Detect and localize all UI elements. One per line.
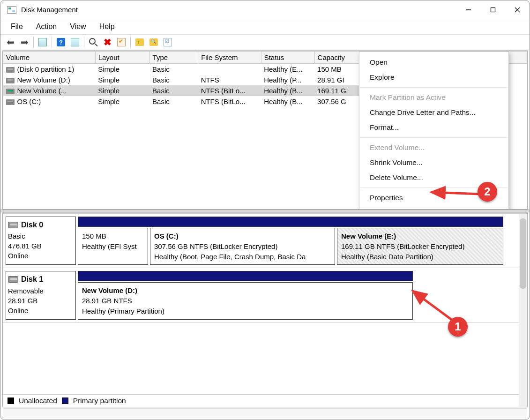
delete-button[interactable]: ✖ <box>101 36 113 48</box>
context-menu: OpenExploreMark Partition as ActiveChang… <box>359 52 509 210</box>
partition-line2: Healthy (Boot, Page File, Crash Dump, Ba… <box>154 252 331 262</box>
content-area: VolumeLayoutTypeFile SystemStatusCapacit… <box>0 50 530 407</box>
disk-partitions: 150 MBHealthy (EFI SystOS (C:)307.56 GB … <box>78 217 524 265</box>
ctx-delete-volume[interactable]: Delete Volume... <box>359 170 508 185</box>
partition[interactable]: 150 MBHealthy (EFI Syst <box>78 228 148 265</box>
legend-swatch-primary <box>62 398 68 404</box>
partition-line2: Healthy (Primary Partition) <box>82 306 409 316</box>
disk-size: 476.81 GB <box>8 241 74 251</box>
volume-icon <box>6 89 15 94</box>
ctx-shrink-volume[interactable]: Shrink Volume... <box>359 155 508 170</box>
partition-title: OS (C:) <box>154 231 331 241</box>
disk-graphical-pane: Disk 0Basic476.81 GBOnline150 MBHealthy … <box>2 212 528 407</box>
disk-name: Disk 1 <box>21 274 43 285</box>
properties-button[interactable] <box>115 36 127 48</box>
disk-type: Removable <box>8 286 74 296</box>
disk-row: Disk 1Removable28.91 GBOnlineNew Volume … <box>3 268 527 322</box>
ctx-change-drive-letter-and-paths[interactable]: Change Drive Letter and Paths... <box>359 105 508 120</box>
partition[interactable]: OS (C:)307.56 GB NTFS (BitLocker Encrypt… <box>150 228 335 265</box>
partition-line1: 150 MB <box>82 231 144 241</box>
svg-rect-1 <box>491 8 495 12</box>
show-hide-console-tree-button[interactable] <box>37 36 49 48</box>
ctx-open[interactable]: Open <box>359 55 508 70</box>
disk-type: Basic <box>8 231 74 241</box>
list-options-button[interactable] <box>162 36 174 48</box>
disk-status: Online <box>8 251 74 261</box>
legend-swatch-unallocated <box>7 398 14 404</box>
disk-management-window: Disk Management File Action View Help ⬅ … <box>0 0 530 420</box>
maximize-button[interactable] <box>481 0 505 19</box>
disk-name: Disk 0 <box>21 220 43 230</box>
window-title: Disk Management <box>21 6 78 14</box>
ctx-separator <box>360 137 508 138</box>
ctx-format[interactable]: Format... <box>359 120 508 135</box>
ctx-separator <box>360 188 508 188</box>
disk-icon <box>8 222 18 228</box>
folder-up-button[interactable] <box>134 36 146 48</box>
disk-bar <box>78 217 503 227</box>
partition-line2: Healthy (Basic Data Partition) <box>341 252 499 262</box>
column-header[interactable]: Type <box>149 52 198 64</box>
app-icon <box>7 6 16 14</box>
partition-line1: 307.56 GB NTFS (BitLocker Encrypted) <box>154 241 331 252</box>
partition-line1: 169.11 GB NTFS (BitLocker Encrypted) <box>341 241 499 252</box>
disk-info[interactable]: Disk 1Removable28.91 GBOnline <box>6 271 76 319</box>
close-button[interactable] <box>505 0 530 19</box>
legend: Unallocated Primary partition <box>3 394 527 407</box>
folder-search-button[interactable] <box>148 36 160 48</box>
disk-info[interactable]: Disk 0Basic476.81 GBOnline <box>6 217 76 265</box>
menu-action[interactable]: Action <box>30 21 63 33</box>
column-header[interactable]: Layout <box>95 52 149 64</box>
partition-title: New Volume (E:) <box>341 231 499 241</box>
ctx-explore[interactable]: Explore <box>359 70 508 85</box>
minimize-button[interactable] <box>456 0 481 19</box>
volume-list-pane: VolumeLayoutTypeFile SystemStatusCapacit… <box>2 50 528 210</box>
column-header[interactable]: File System <box>198 52 261 64</box>
disk-partitions: New Volume (D:)28.91 GB NTFSHealthy (Pri… <box>78 271 524 319</box>
partition-title: New Volume (D:) <box>82 285 409 296</box>
find-button[interactable] <box>87 36 99 48</box>
volume-icon <box>6 99 15 105</box>
menu-help[interactable]: Help <box>93 21 121 33</box>
ctx-separator <box>360 87 508 88</box>
statusbar <box>3 408 527 418</box>
partition[interactable]: New Volume (D:)28.91 GB NTFSHealthy (Pri… <box>78 282 413 319</box>
ctx-separator <box>360 208 508 208</box>
legend-label-unallocated: Unallocated <box>19 397 57 405</box>
ctx-properties[interactable]: Properties <box>359 190 508 205</box>
forward-button[interactable]: ➡ <box>18 36 30 48</box>
disk-size: 28.91 GB <box>8 296 74 306</box>
help-button[interactable]: ? <box>55 36 67 48</box>
column-header[interactable]: Status <box>261 52 314 64</box>
volume-icon <box>6 67 15 73</box>
volume-icon <box>6 78 15 83</box>
partition-line1: 28.91 GB NTFS <box>82 296 409 306</box>
vertical-scrollbar[interactable] <box>519 214 527 407</box>
disk-rows-container: Disk 0Basic476.81 GBOnline150 MBHealthy … <box>3 214 527 394</box>
titlebar: Disk Management <box>0 0 530 19</box>
disk-status: Online <box>8 306 74 315</box>
legend-label-primary: Primary partition <box>73 397 126 405</box>
back-button[interactable]: ⬅ <box>4 36 16 48</box>
partition[interactable]: New Volume (E:)169.11 GB NTFS (BitLocker… <box>337 228 503 265</box>
disk-icon <box>8 276 18 283</box>
partition-line2: Healthy (EFI Syst <box>82 241 144 252</box>
ctx-extend-volume: Extend Volume... <box>359 140 508 155</box>
column-header[interactable]: Volume <box>3 52 96 64</box>
refresh-button[interactable] <box>69 36 81 48</box>
disk-bar <box>78 271 413 281</box>
toolbar: ⬅ ➡ ? ✖ <box>0 34 530 50</box>
disk-row: Disk 0Basic476.81 GBOnline150 MBHealthy … <box>3 214 527 268</box>
menu-file[interactable]: File <box>4 21 30 33</box>
ctx-mark-partition-as-active: Mark Partition as Active <box>359 90 508 105</box>
menu-view[interactable]: View <box>63 21 92 33</box>
menubar: File Action View Help <box>0 19 530 34</box>
